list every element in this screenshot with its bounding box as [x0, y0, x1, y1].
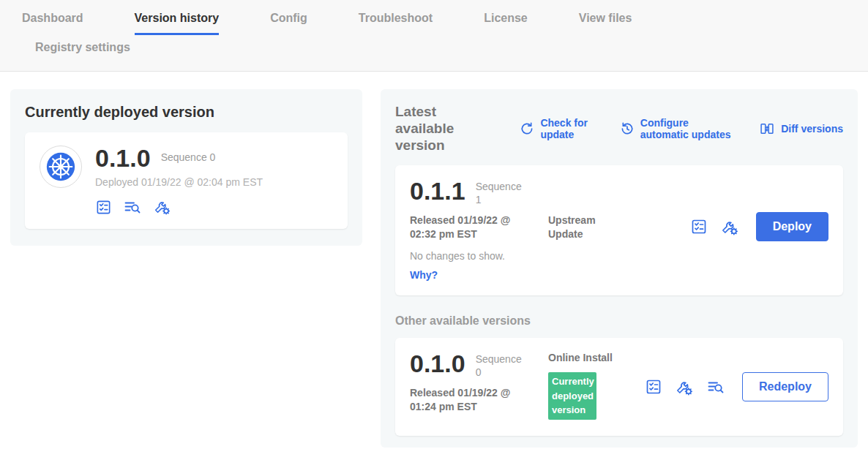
clock-refresh-icon — [620, 121, 635, 136]
latest-source-label: Upstream Update — [548, 214, 614, 241]
tab-version-history[interactable]: Version history — [135, 12, 220, 35]
other-released-timestamp: Released 01/19/22 @ 01:24 pm EST — [410, 386, 531, 414]
deployed-version-number: 0.1.0 — [95, 146, 151, 170]
deployed-timestamp: Deployed 01/19/22 @ 02:04 pm EST — [95, 176, 263, 188]
app-header: Dashboard Version history Config Trouble… — [0, 0, 868, 72]
deployed-version-card: 0.1.0 Sequence 0 Deployed 01/19/22 @ 02:… — [25, 132, 348, 229]
view-files-icon[interactable] — [706, 378, 725, 396]
preflight-checks-icon[interactable] — [645, 378, 662, 396]
no-changes-text: No changes to show. — [410, 250, 548, 262]
deploy-button[interactable]: Deploy — [756, 212, 828, 241]
latest-version-number: 0.1.1 — [410, 178, 465, 203]
other-version-number: 0.1.0 — [410, 351, 465, 376]
edit-config-icon[interactable] — [675, 378, 694, 396]
latest-sequence: Sequence 1 — [476, 181, 521, 206]
tab-troubleshoot[interactable]: Troubleshoot — [359, 12, 433, 35]
other-versions-title: Other available versions — [395, 314, 843, 328]
latest-available-title: Latest available version — [395, 104, 498, 154]
other-source-label: Online Install — [548, 351, 614, 365]
why-link[interactable]: Why? — [410, 269, 548, 281]
tab-license[interactable]: License — [484, 12, 528, 35]
other-sequence: Sequence 0 — [476, 353, 521, 379]
currently-deployed-badge: Currently deployed version — [548, 372, 596, 420]
tab-dashboard[interactable]: Dashboard — [22, 12, 83, 35]
tab-config[interactable]: Config — [270, 12, 307, 35]
main-nav: Dashboard Version history Config Trouble… — [0, 0, 868, 35]
current-version-panel: Currently deployed version — [10, 89, 362, 246]
other-version-card: 0.1.0 Sequence 0 Released 01/19/22 @ 01:… — [395, 338, 843, 436]
tab-view-files[interactable]: View files — [579, 12, 632, 35]
preflight-checks-icon[interactable] — [95, 199, 112, 216]
diff-versions-link[interactable]: Diff versions — [759, 121, 843, 136]
tab-registry-settings[interactable]: Registry settings — [35, 41, 130, 62]
current-version-title: Currently deployed version — [25, 104, 348, 121]
view-files-icon[interactable] — [123, 198, 142, 216]
redeploy-button[interactable]: Redeploy — [742, 372, 828, 401]
latest-version-card: 0.1.1 Sequence 1 Released 01/19/22 @ 02:… — [395, 165, 843, 295]
kubernetes-logo — [40, 146, 82, 188]
diff-columns-icon — [759, 121, 775, 136]
edit-config-icon[interactable] — [153, 198, 171, 216]
available-versions-panel: Latest available version Check for updat… — [381, 89, 858, 448]
edit-config-icon[interactable] — [720, 218, 739, 236]
deployed-sequence: Sequence 0 — [161, 151, 216, 165]
deployed-version-info: 0.1.0 Sequence 0 Deployed 01/19/22 @ 02:… — [95, 146, 263, 216]
configure-automatic-updates-link[interactable]: Configure automatic updates — [620, 117, 737, 140]
check-for-update-link[interactable]: Check for update — [520, 117, 597, 140]
latest-released-timestamp: Released 01/19/22 @ 02:32 pm EST — [410, 214, 531, 241]
preflight-checks-icon[interactable] — [690, 218, 708, 235]
secondary-nav: Registry settings — [0, 35, 868, 62]
refresh-icon — [520, 121, 534, 136]
